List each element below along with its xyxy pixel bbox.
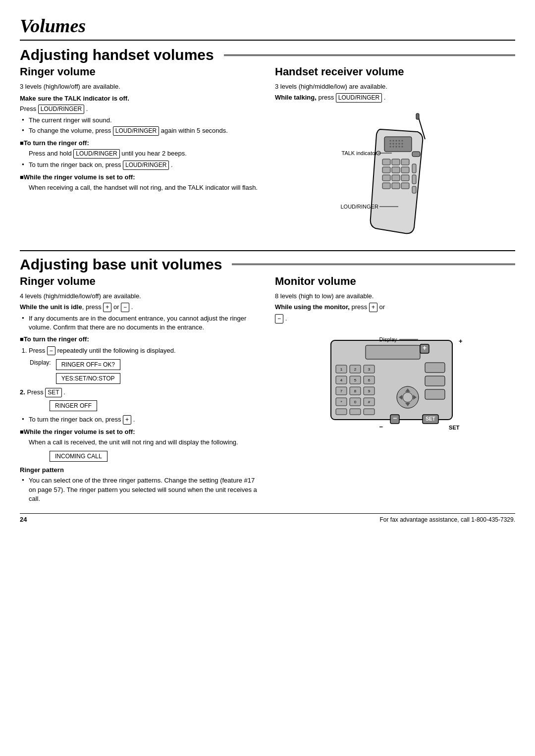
ringer-pattern-bullets: You can select one of the three ringer p…	[20, 476, 260, 503]
incoming-call-display: INCOMING CALL	[50, 450, 260, 463]
section-divider	[20, 250, 515, 251]
loud-ringer-kbd4: LOUD/RINGER	[123, 161, 169, 170]
base-ringer-step2-line: 2. Press SET .	[20, 388, 260, 397]
display-row2: RINGER OFF	[50, 399, 260, 412]
monitor-minus-kbd: −	[275, 314, 283, 324]
monitor-title: Monitor volume	[275, 275, 515, 288]
svg-rect-53	[364, 409, 374, 415]
base-ringer-off-notice-text: When a call is received, the unit will n…	[20, 438, 260, 447]
svg-rect-18	[382, 159, 390, 165]
svg-rect-66	[425, 363, 445, 373]
svg-text:1: 1	[340, 367, 342, 372]
svg-text:SET: SET	[426, 416, 435, 422]
svg-text:−: −	[392, 414, 396, 422]
incoming-call-box: INCOMING CALL	[50, 451, 107, 462]
base-ringer-back-on-bullet: To turn the ringer back on, press + .	[20, 415, 260, 425]
svg-rect-67	[425, 376, 445, 386]
svg-text:5: 5	[354, 378, 356, 382]
svg-text:9: 9	[368, 389, 370, 393]
display-label-diagram: Display	[379, 336, 419, 342]
base-unit-svg: 123 456 789 *0#	[326, 330, 465, 439]
svg-text:7: 7	[340, 389, 342, 393]
base-ringer-off-notice-label: ■While the ringer volume is set to off:	[20, 428, 260, 436]
handset-ringer-off-notice-text: When receiving a call, the handset will …	[20, 183, 260, 192]
handset-svg	[341, 109, 450, 238]
svg-point-10	[395, 143, 397, 144]
svg-point-13	[389, 146, 391, 147]
handset-ringer-col: Ringer volume 3 levels (high/low/off) ar…	[20, 65, 260, 243]
loud-ringer-kbd5: LOUD/RINGER	[336, 93, 382, 103]
svg-rect-24	[382, 175, 390, 181]
svg-text:+: +	[422, 344, 426, 352]
display-box-yes: YES:SET/NO:STOP	[56, 373, 120, 384]
svg-point-16	[398, 146, 400, 147]
svg-point-11	[398, 143, 400, 144]
svg-rect-31	[412, 175, 416, 184]
svg-rect-38	[366, 345, 420, 359]
svg-point-4	[392, 140, 394, 141]
svg-rect-29	[401, 183, 409, 189]
svg-rect-51	[336, 409, 347, 415]
monitor-col: Monitor volume 8 levels (high to low) ar…	[275, 275, 515, 505]
svg-point-14	[392, 146, 394, 147]
talk-indicator-label: TALK indicator	[342, 150, 393, 156]
svg-text:6: 6	[368, 378, 370, 382]
base-ringer-bullet1: If any documents are in the document ent…	[22, 314, 260, 332]
svg-rect-1	[416, 113, 419, 119]
handset-ringer-bold-note: Make sure the TALK indicator is off.	[20, 94, 260, 103]
handset-receiver-col: Handset receiver volume 3 levels (high/m…	[275, 65, 515, 243]
handset-receiver-bold-note: While talking, press LOUD/RINGER .	[275, 93, 515, 103]
svg-rect-27	[382, 183, 390, 189]
base-ringer-step1: Press − repeatedly until the following i…	[29, 346, 260, 356]
base-ringer-col: Ringer volume 4 levels (high/middle/low/…	[20, 275, 260, 505]
svg-rect-22	[392, 167, 400, 173]
display-box-ok: RINGER OFF= OK?	[56, 359, 120, 370]
svg-rect-2	[384, 137, 412, 152]
handset-ringer-press: Press LOUD/RINGER .	[20, 105, 260, 114]
svg-rect-20	[401, 159, 409, 165]
svg-rect-28	[392, 183, 400, 189]
handset-ringer-back-on: To turn the ringer back on, press LOUD/R…	[20, 161, 260, 170]
base-ringer-back-bullet: To turn the ringer back on, press + .	[22, 415, 260, 425]
base-unit-diagram: 123 456 789 *0#	[275, 325, 515, 444]
handset-ringer-off-notice-label: ■While the ringer volume is set to off:	[20, 173, 260, 182]
monitor-press-line: While using the monitor, press + or	[275, 303, 515, 312]
set-kbd1: SET	[45, 388, 61, 397]
minus-kbd1: −	[121, 303, 129, 312]
svg-text:#: #	[368, 400, 370, 404]
svg-text:*: *	[340, 400, 342, 404]
base-ringer-steps: Press − repeatedly until the following i…	[20, 346, 260, 356]
base-ringer-off-label: ■To turn the ringer off:	[20, 335, 260, 344]
svg-point-9	[392, 143, 394, 144]
footer: 24 For fax advantage assistance, call 1-…	[20, 513, 515, 523]
handset-ringer-bullets: The current ringer will sound. To change…	[20, 116, 260, 136]
svg-rect-34	[412, 152, 420, 157]
handset-bullet1: The current ringer will sound.	[22, 116, 260, 125]
svg-rect-52	[350, 409, 361, 415]
svg-point-3	[389, 140, 391, 141]
handset-ringer-off-label: ■To turn the ringer off:	[20, 139, 260, 148]
title-divider	[20, 40, 515, 41]
svg-point-12	[401, 143, 403, 144]
display-boxes1: RINGER OFF= OK? YES:SET/NO:STOP	[56, 358, 120, 385]
handset-receiver-title: Handset receiver volume	[275, 65, 515, 78]
loud-ringer-label: LOUD/RINGER	[341, 204, 399, 210]
handset-ringer-back-bullet: To turn the ringer back on, press LOUD/R…	[22, 161, 260, 170]
svg-rect-19	[392, 159, 400, 165]
base-volumes-columns: Ringer volume 4 levels (high/middle/low/…	[20, 275, 515, 505]
svg-text:4: 4	[340, 378, 342, 382]
base-ringer-intro: 4 levels (high/middle/low/off) are avail…	[20, 292, 260, 301]
handset-diagram: TALK indicator LOUD/RINGER	[275, 105, 515, 243]
monitor-minus-line: − .	[275, 314, 515, 324]
svg-rect-30	[412, 164, 416, 173]
base-ringer-bullets: If any documents are in the document ent…	[20, 314, 260, 332]
svg-rect-32	[412, 186, 416, 193]
display-label1: Display:	[30, 358, 51, 366]
svg-point-15	[395, 146, 397, 147]
svg-point-17	[401, 146, 403, 147]
section1-title: Adjusting handset volumes	[20, 47, 515, 63]
set-label-diagram: SET	[449, 425, 459, 431]
loud-ringer-kbd3: LOUD/RINGER	[73, 149, 119, 159]
svg-point-7	[401, 140, 403, 141]
monitor-intro: 8 levels (high to low) are available.	[275, 292, 515, 301]
